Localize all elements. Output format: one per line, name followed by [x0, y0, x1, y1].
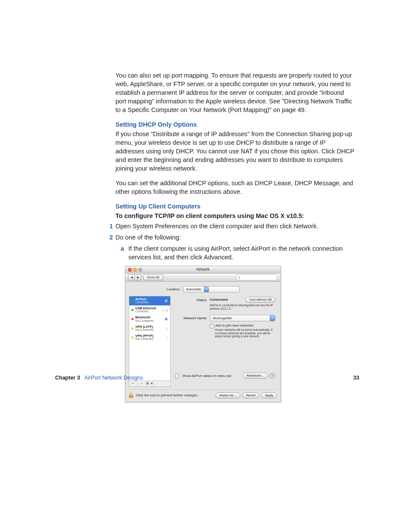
- back-button[interactable]: ◀: [128, 274, 135, 280]
- step-text: Open System Preferences on the client co…: [115, 222, 318, 230]
- status-label: Status:: [175, 297, 207, 302]
- window-title: Network: [125, 267, 280, 272]
- chevron-updown-icon: ⇅: [270, 315, 275, 321]
- action-menu-button[interactable]: ✻ ▾: [146, 381, 154, 386]
- step-number: 2: [103, 233, 113, 242]
- show-all-button[interactable]: Show All: [143, 274, 163, 280]
- search-input[interactable]: Q: [236, 274, 278, 280]
- chapter-title: AirPort Network Designs: [84, 375, 143, 381]
- assist-me-button[interactable]: Assist me…: [215, 392, 240, 398]
- sidebar-item-usb-ethernet[interactable]: USB Ethernet Connected ⟨··⟩: [129, 305, 170, 314]
- remove-service-button[interactable]: −: [137, 381, 146, 386]
- substep-letter: a: [121, 244, 127, 261]
- search-icon: Q: [238, 275, 240, 280]
- paragraph: You can also set up port mapping. To ens…: [115, 71, 355, 114]
- add-service-button[interactable]: +: [129, 381, 137, 386]
- ask-join-note: Known networks will be joined automatica…: [215, 328, 275, 338]
- paragraph: If you chose "Distribute a range of IP a…: [115, 130, 355, 173]
- location-label: Location:: [166, 287, 180, 292]
- service-list-footer: + − ✻ ▾: [129, 380, 171, 387]
- location-dropdown[interactable]: Automatic ⇅: [183, 286, 240, 292]
- apply-button[interactable]: Apply: [261, 392, 277, 398]
- airport-icon: ⊚: [165, 298, 168, 303]
- substep-text: If the client computer is using AirPort,…: [128, 244, 355, 261]
- revert-button[interactable]: Revert: [242, 392, 259, 398]
- step-1: 1 Open System Preferences on the client …: [115, 222, 355, 230]
- document-page: You can also set up port mapping. To ens…: [0, 0, 411, 428]
- network-name-dropdown[interactable]: MorengoNet ⇅: [210, 315, 275, 321]
- window-toolbar: ◀ ▶ Show All Q: [125, 274, 280, 282]
- ask-join-label: Ask to join new networks: [215, 324, 253, 327]
- ethernet-icon: ⟨··⟩: [162, 308, 168, 313]
- step-number: 1: [103, 222, 113, 230]
- sidebar-item-bluetooth[interactable]: Bluetooth Not Configured ✽: [129, 314, 170, 324]
- status-dot-icon: [131, 327, 134, 330]
- step-text: Do one of the following:: [115, 233, 181, 242]
- service-list[interactable]: AirPort Connected ⊚ USB Ethernet Connect…: [129, 296, 171, 380]
- status-dot-icon: [131, 318, 134, 320]
- chevron-updown-icon: ⇅: [204, 286, 209, 292]
- page-number: 33: [353, 375, 359, 381]
- network-prefs-window: Network ◀ ▶ Show All Q Location: Automat…: [125, 266, 281, 402]
- sidebar-item-vpn-pptp[interactable]: VPN (PPTP) Not Connected ⌂: [129, 333, 170, 342]
- vpn-icon: ⌂: [166, 335, 168, 340]
- page-footer: Chapter 3 AirPort Network Designs 33: [55, 375, 359, 381]
- content-block: You can also set up port mapping. To ens…: [115, 71, 355, 402]
- sidebar-item-airport[interactable]: AirPort Connected ⊚: [129, 296, 170, 305]
- window-titlebar[interactable]: Network: [125, 266, 280, 274]
- status-dot-icon: [131, 309, 134, 311]
- sidebar-item-vpn-l2tp[interactable]: VPN (L2TP) Not Connected ⌂: [129, 324, 170, 333]
- subheading-dhcp: Setting DHCP Only Options: [115, 120, 355, 129]
- status-dot-icon: [131, 300, 134, 302]
- lock-text: Click the lock to prevent further change…: [136, 393, 198, 398]
- chapter-label: Chapter 3: [55, 375, 80, 381]
- details-pane: Status: Connected Turn AirPort Off AirPo…: [175, 296, 277, 387]
- status-dot-icon: [131, 336, 134, 339]
- lock-icon[interactable]: [129, 393, 133, 398]
- paragraph: You can set the additional DHCP options,…: [115, 179, 355, 196]
- forward-button[interactable]: ▶: [135, 274, 141, 280]
- substep-a: a If the client computer is using AirPor…: [121, 244, 355, 261]
- ask-join-checkbox[interactable]: ✓: [210, 324, 214, 328]
- network-name-label: Network Name:: [175, 315, 207, 320]
- bold-instruction: To configure TCP/IP on client computers …: [115, 212, 355, 220]
- subheading-clients: Setting Up Client Computers: [115, 202, 355, 211]
- status-note: AirPort is connected to MorengoNet and h…: [210, 304, 274, 311]
- status-value: Connected: [210, 297, 227, 302]
- vpn-icon: ⌂: [166, 326, 168, 331]
- bluetooth-icon: ✽: [165, 317, 168, 322]
- turn-airport-off-button[interactable]: Turn AirPort Off: [245, 297, 275, 303]
- step-2: 2 Do one of the following:: [115, 233, 355, 242]
